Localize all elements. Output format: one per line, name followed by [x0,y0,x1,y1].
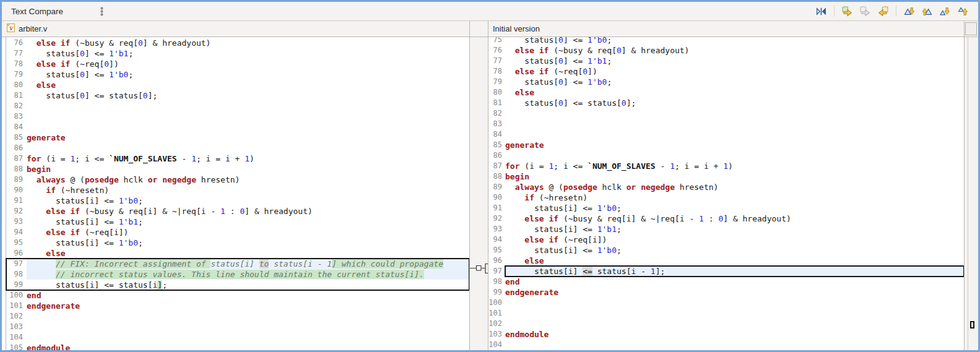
code-line[interactable]: 79 status[0] <= 1'b0; [488,77,964,87]
code-line[interactable]: 101endgenerate [6,301,469,311]
code-line[interactable]: 96 else [488,255,964,266]
code-line[interactable]: 91 status[i] <= 1'b0; [6,195,469,206]
next-change-button[interactable] [937,4,953,19]
view-menu-icon[interactable] [99,6,105,17]
left-selected-diff-block[interactable]: 97 // FIX: Incorrect assignment of statu… [6,259,469,290]
previous-difference-button[interactable] [919,4,935,19]
code-line[interactable]: 98 // incorrect status values. This line… [6,269,469,280]
code-text: else if (~busy & req[i] & ~|req[i - 1 : … [27,206,469,217]
code-text: generate [505,140,964,150]
code-line[interactable]: 103endmodule [488,329,964,340]
code-line[interactable]: 103 [6,322,469,332]
next-difference-button[interactable] [901,4,917,19]
code-line[interactable]: 93 status[i] <= 1'b1; [6,217,469,227]
code-line[interactable]: 93 status[i] <= 1'b1; [488,224,964,234]
code-line[interactable]: 83 [6,111,469,122]
code-line[interactable]: 92 else if (~busy & req[i] & ~|req[i - 1… [488,213,964,224]
code-line[interactable]: 87for (i = 1; i <= `NUM_OF_SLAVES - 1; i… [488,161,964,171]
token: `NUM_OF_SLAVES [109,154,177,163]
line-number: 76 [488,45,505,56]
code-line[interactable]: 104 [6,332,469,343]
code-line[interactable]: 76 else if (~busy & req[0] & hreadyout) [6,38,469,48]
code-line[interactable]: 80 else [488,87,964,98]
code-line[interactable]: 83 [488,119,964,129]
code-line[interactable]: 84 [6,122,469,132]
token: ] [157,280,162,290]
code-line[interactable]: 101 [488,308,964,319]
left-code-pane[interactable]: 76 else if (~busy & req[0] & hreadyout)7… [2,37,469,350]
code-line[interactable]: 77 status[0] <= 1'b1; [6,48,469,59]
code-line[interactable]: 95 status[i] <= 1'b0; [488,245,964,255]
line-number: 85 [488,140,505,150]
code-line[interactable]: 97 // FIX: Incorrect assignment of statu… [6,259,469,269]
code-line[interactable]: 84 [488,129,964,140]
token: status[ [27,49,80,58]
code-line[interactable]: 82 [6,101,469,111]
code-line[interactable]: 86 [488,150,964,161]
code-line[interactable]: 87for (i = 1; i <= `NUM_OF_SLAVES - 1; i… [6,153,469,164]
code-line[interactable]: 100 [488,298,964,308]
code-line[interactable]: 78 else if (~req[0]) [6,59,469,69]
code-line[interactable]: 99 status[i] <= status[i]; [6,280,469,290]
token: always [37,175,66,184]
code-line[interactable]: 104 [488,340,964,350]
overview-ruler[interactable] [964,37,978,350]
code-line[interactable]: 85generate [488,140,964,150]
code-line[interactable]: 85generate [6,132,469,143]
code-line[interactable]: 75 status[0] <= 1'b0; [488,37,964,45]
code-line[interactable]: 88begin [488,171,964,182]
overview-diff-marker[interactable] [970,321,974,328]
code-line[interactable]: 100end [6,290,469,301]
code-line[interactable]: 89 always @ (posedge hclk or negedge hre… [488,182,964,192]
token [27,207,46,216]
right-code-pane[interactable]: 75 status[0] <= 1'b0;76 else if (~busy &… [488,37,964,350]
code-line[interactable]: 98end [488,277,964,287]
code-line[interactable]: 88begin [6,164,469,174]
left-code-lines[interactable]: 76 else if (~busy & req[0] & hreadyout)7… [6,37,469,350]
copy-all-from-left-to-right-button[interactable] [839,4,855,19]
code-line[interactable]: 91 status[i] <= 1'b0; [488,203,964,213]
code-line[interactable]: 82 [488,108,964,119]
code-line[interactable]: 92 else if (~busy & req[i] & ~|req[i - 1… [6,206,469,217]
token: posedge [563,182,597,192]
code-line[interactable]: 102 [488,319,964,329]
code-text: // incorrect status values. This line sh… [27,269,469,280]
code-line[interactable]: 90 if (~hresetn) [6,185,469,195]
token: status[i] <= [505,225,597,234]
line-number: 89 [6,174,27,185]
code-line[interactable]: 89 always @ (posedge hclk or negedge hre… [6,174,469,185]
code-line[interactable]: 99endgenerate [488,287,964,298]
right-code-lines[interactable]: 75 status[0] <= 1'b0;76 else if (~busy &… [488,37,964,350]
code-line[interactable]: 94 else if (~req[i]) [6,227,469,238]
overview-ruler-header[interactable] [964,21,978,36]
token: ; [128,70,133,79]
token: ] <= [85,70,109,79]
token [505,256,524,265]
code-line[interactable]: 80 else [6,80,469,90]
previous-change-button[interactable] [955,4,971,19]
code-line[interactable]: 97 status[i] <= status[i - 1]; [488,266,964,277]
code-line[interactable]: 96 else [6,248,469,259]
code-line[interactable]: 78 else if (~req[0]) [488,66,964,77]
token: hclk [597,182,627,192]
token: 1 [245,154,249,163]
code-line[interactable]: 90 if (~hresetn) [488,192,964,203]
code-line[interactable]: 81 status[0] <= status[0]; [6,90,469,101]
code-line[interactable]: 95 status[i] <= 1'b0; [6,238,469,248]
code-line[interactable]: 81 status[0] <= status[0]; [488,98,964,108]
line-number: 79 [488,77,505,87]
code-line[interactable]: 105endmodule [6,343,469,350]
code-line[interactable]: 76 else if (~busy & req[0] & hreadyout) [488,45,964,56]
swap-left-and-right-button[interactable] [813,4,829,19]
code-line[interactable]: 77 status[0] <= 1'b1; [488,56,964,66]
code-line[interactable]: 94 else if (~req[i]) [488,234,964,245]
token: ) [728,161,733,171]
diff-connector-handle[interactable] [477,266,482,271]
copy-current-change-from-right-to-left-button[interactable] [875,4,891,19]
code-line[interactable]: 79 status[0] <= 1'b0; [6,69,469,80]
code-line[interactable]: 102 [6,311,469,322]
code-line[interactable]: 86 [6,143,469,153]
line-number: 94 [6,227,27,238]
code-text [27,322,469,332]
code-text: status[i] <= 1'b0; [27,238,469,248]
